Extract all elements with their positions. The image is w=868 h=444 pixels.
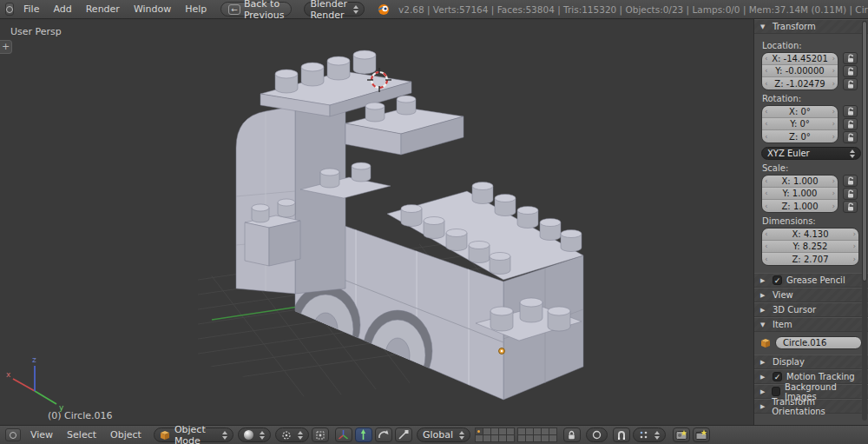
scale-icon (398, 429, 409, 441)
back-arrow-icon: ← (228, 4, 240, 15)
viewport-shading-select[interactable] (238, 427, 271, 442)
truck-model[interactable] (236, 50, 583, 400)
unlock-icon (846, 107, 855, 116)
object-cube-icon (760, 338, 771, 348)
dimensions-x-field[interactable]: ‹X: 4.130› (762, 229, 858, 241)
expand-right-icon: ▶ (760, 307, 768, 314)
manipulate-center-points-button[interactable] (312, 427, 329, 442)
dropdown-arrows-icon (353, 5, 358, 14)
lock-rotation-x-button[interactable] (843, 105, 858, 117)
panel-transform[interactable]: ▼ Transform (754, 19, 868, 34)
dropdown-arrows-icon (298, 431, 303, 440)
center-points-icon (315, 430, 326, 441)
axis-tripod-icon (338, 429, 349, 441)
manipulator-rotate-button[interactable] (375, 427, 392, 442)
object-origin-dot (499, 348, 505, 355)
dimensions-y-field[interactable]: ‹Y: 8.252› (762, 241, 858, 253)
toolshelf-toggle[interactable]: + (0, 40, 12, 54)
menu-render[interactable]: Render (79, 3, 127, 15)
motion-tracking-checkbox[interactable]: ✓ (773, 372, 782, 381)
viewport-header: View Select Object Object Mode (0, 425, 868, 444)
back-to-previous-button[interactable]: ← Back to Previous (220, 2, 292, 17)
lock-scale-y-button[interactable] (843, 188, 858, 200)
scale-x-field[interactable]: ‹X: 1.000› (762, 176, 838, 188)
rotation-mode-select[interactable]: XYZ Euler (761, 147, 861, 160)
menu-add[interactable]: Add (46, 3, 78, 15)
expand-down-icon: ▼ (760, 23, 768, 30)
dimensions-z-field[interactable]: ‹Z: 2.707› (762, 253, 858, 265)
unlock-icon (846, 67, 855, 76)
rotate-icon (378, 429, 389, 441)
viewport-3d[interactable]: User Persp + (0, 19, 753, 425)
location-label: Location: (762, 41, 861, 50)
lock-location-x-button[interactable] (843, 52, 858, 64)
object-name-field[interactable]: Circle.016 (775, 336, 862, 349)
lock-rotation-z-button[interactable] (843, 131, 858, 143)
render-image-icon (675, 429, 687, 441)
panel-view[interactable]: ▶ View (754, 288, 868, 302)
lock-scale-x-button[interactable] (843, 175, 858, 187)
menu-select[interactable]: Select (60, 429, 103, 441)
blender-window: File Add Render Window Help ← Back to Pr… (0, 0, 868, 444)
background-images-checkbox[interactable] (772, 387, 780, 396)
viewport-canvas[interactable]: x y z (0, 19, 753, 425)
lock-location-y-button[interactable] (843, 65, 858, 77)
location-z-field[interactable]: ‹Z: -1.02479› (762, 77, 838, 89)
properties-sidebar: ▼ Transform Location: ‹X: -14.45201› ‹Y:… (753, 19, 868, 425)
unlock-icon (846, 133, 855, 142)
dropdown-arrows-icon (260, 431, 265, 440)
snap-element-select[interactable] (633, 427, 666, 442)
dimensions-label: Dimensions: (762, 216, 861, 226)
scale-z-field[interactable]: ‹Z: 1.000› (762, 200, 838, 212)
sidebar-scrollbar[interactable] (862, 21, 867, 421)
manipulator-translate-button[interactable] (355, 427, 372, 442)
pivot-point-select[interactable] (275, 427, 309, 442)
menu-file[interactable]: File (16, 3, 46, 15)
snap-toggle-button[interactable] (613, 427, 630, 442)
lock-icon (567, 430, 576, 441)
menu-help[interactable]: Help (178, 3, 214, 15)
manipulator-scale-button[interactable] (395, 427, 412, 442)
panel-grease-pencil[interactable]: ▶ ✓ Grease Pencil (754, 273, 868, 288)
render-engine-select[interactable]: Blender Render (304, 2, 365, 17)
lock-to-scene-button[interactable] (563, 427, 581, 442)
layer-buttons[interactable] (476, 428, 557, 442)
proportional-edit-select[interactable] (586, 427, 608, 442)
rotation-y-field[interactable]: ‹Y: 0°› (762, 118, 838, 130)
expand-right-icon: ▶ (760, 374, 768, 381)
lock-scale-z-button[interactable] (843, 201, 858, 213)
translate-icon (358, 429, 369, 441)
unlock-icon (846, 120, 855, 129)
manipulator-toggle-button[interactable] (335, 427, 352, 442)
location-x-field[interactable]: ‹X: -14.45201› (762, 53, 838, 65)
axis-gizmo: x y z (6, 355, 64, 412)
panel-3d-cursor[interactable]: ▶ 3D Cursor (754, 302, 868, 317)
expand-right-icon: ▶ (760, 277, 768, 284)
menu-view[interactable]: View (23, 429, 60, 441)
panel-item[interactable]: ▼ Item (754, 317, 868, 332)
render-opengl-anim-button[interactable] (693, 427, 710, 442)
mode-select[interactable]: Object Mode (154, 427, 233, 442)
render-opengl-still-button[interactable] (673, 427, 690, 442)
dropdown-arrows-icon (850, 149, 855, 158)
scale-label: Scale: (762, 163, 861, 173)
editor-type-button[interactable] (5, 3, 14, 16)
lock-location-z-button[interactable] (843, 78, 858, 90)
rotation-z-field[interactable]: ‹Z: 0°› (762, 130, 838, 142)
location-y-field[interactable]: ‹Y: -0.00000› (762, 65, 838, 77)
active-object-label: (0) Circle.016 (48, 410, 112, 421)
unlock-icon (846, 189, 855, 199)
expand-right-icon: ▶ (760, 359, 768, 366)
grease-pencil-checkbox[interactable]: ✓ (773, 275, 782, 285)
panel-transform-orientations[interactable]: ▶ Transform Orientations (754, 399, 868, 414)
menu-window[interactable]: Window (127, 3, 178, 15)
menu-object[interactable]: Object (103, 429, 148, 441)
transform-orientation-select[interactable]: Global (417, 427, 470, 442)
editor-type-button[interactable] (5, 428, 21, 441)
scale-y-field[interactable]: ‹Y: 1.000› (762, 188, 838, 200)
blender-logo-icon (377, 3, 390, 16)
lock-rotation-y-button[interactable] (843, 118, 858, 130)
rotation-x-field[interactable]: ‹X: 0°› (762, 106, 838, 118)
panel-display[interactable]: ▶ Display (754, 355, 868, 369)
rotation-label: Rotation: (762, 94, 861, 103)
